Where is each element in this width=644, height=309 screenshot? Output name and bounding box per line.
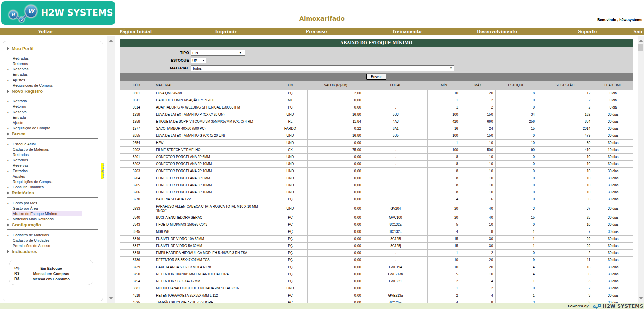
sidebar-item-requisições-de-compra[interactable]: -Requisições de Compra [3,83,103,88]
cell: 10 [461,160,496,167]
sidebar-item-reservas[interactable]: -Reservas [3,163,103,168]
sidebar-item-requisições-de-compra[interactable]: -Requisições de Compra [3,179,103,184]
scroll-up-icon[interactable] [639,40,643,42]
table-row: 3346FUSÍVEL DE VIDRO 10A 32MMPÇ0,008C125… [120,235,634,242]
nav-item-sair[interactable]: Sair [633,28,644,35]
dropdown-arrow-icon: ▼ [239,51,242,54]
section-divider [7,256,98,256]
material-value: Todos [192,66,202,70]
sidebar-item-retorno[interactable]: -Retorno [3,104,103,109]
nav-item-voltar[interactable]: Voltar [0,28,90,35]
sidebar-item-reserva[interactable]: -Reserva [3,109,103,115]
cell: 10 [461,271,496,278]
cell: UND [273,285,308,292]
sidebar-item-ajustes[interactable]: -Ajustes [3,174,103,179]
item-label: Gasto por Mês [12,200,37,205]
scroll-down-icon[interactable] [639,297,643,299]
sidebar-item-entrada[interactable]: -Entrada [3,115,103,120]
table-row: 3206CONECTOR PORCELANA 3P 16MMUND0,00.81… [120,189,634,196]
sidebar-scrollbar[interactable] [107,36,115,303]
sidebar-item-ajustes[interactable]: -Ajustes [3,77,103,83]
sidebar-item-permissões-de-acesso[interactable]: -Permissões de Acesso [3,243,103,248]
cell: 3203 [120,167,153,175]
buscar-button[interactable]: Buscar [366,74,386,80]
sidebar-item-ajuste[interactable]: -Ajuste [3,120,103,125]
cell: 0,00 [308,242,364,249]
nav-item-desenvolvimento[interactable]: Desenvolvimento [452,28,542,35]
cell: UND [273,203,308,214]
sidebar-section-relat-rios[interactable]: Relatórios [7,190,103,196]
cell: 29 [537,242,593,249]
nav-item-imprimir[interactable]: Imprimir [181,28,271,35]
table-row: 2902FILME STRECH VERMELHOCX75,00.1005009… [120,146,634,153]
footer: Powered by W H 2 H2W SYSTEMS [0,303,644,309]
indicator-label: Em Estoque [9,266,93,271]
scroll-up-icon[interactable] [109,40,113,42]
indicator-label: Mensal em Compras [9,271,93,276]
sidebar-collapse-handle[interactable] [101,163,104,179]
item-bullet: - [7,201,12,205]
cell: 10 [428,90,461,97]
nav-item-p-gina-inicial[interactable]: Página Inicial [90,28,180,35]
cell: UND [273,139,308,146]
cell: 2 [537,97,593,104]
material-select[interactable]: Todos ▼ [191,65,454,71]
cell: 2 [461,249,496,256]
cell: 16,80 [308,111,364,118]
sidebar-item-retiradas[interactable]: -Retiradas [3,152,103,157]
item-bullet: - [7,169,12,173]
cell: 3754 [120,278,153,285]
search-bar: Buscar [120,73,633,81]
cell: 0,00 [308,153,364,160]
nav-item-treinamento[interactable]: Treinamento [362,28,452,35]
sidebar-item-gasto-por-mês[interactable]: -Gasto por Mês [3,200,103,206]
sidebar-section-indicadores[interactable]: Indicadores [7,249,103,254]
sidebar-item-requisição-de-compra[interactable]: -Requisição de Compra [3,125,103,131]
sidebar-item-gasto-por-área[interactable]: -Gasto por Área [3,206,103,211]
column-header-sugest-o: SUGESTÃO [537,81,593,90]
cell: 30 dias [593,196,634,203]
item-label: Requisições de Compra [12,179,52,184]
sidebar-item-retirada[interactable]: -Retirada [3,98,103,104]
item-label: Reservas [12,163,28,168]
item-bullet: - [7,174,12,178]
cell: CX [273,146,308,153]
column-header-estoque: ESTOQUE [496,81,537,90]
cell: PÇ [273,90,308,97]
sidebar-item-consulta-dinâmica[interactable]: -Consulta Dinâmica [3,184,103,190]
item-bullet: - [7,212,12,216]
tipo-select[interactable]: EPI ▼ [191,50,245,56]
cell: 256 [496,118,537,125]
nav-item-suporte[interactable]: Suporte [542,28,633,35]
sidebar-item-reservas[interactable]: -Reservas [3,66,103,72]
sidebar-item-cadastro-de-materiais[interactable]: -Cadastro de Materiais [3,232,103,238]
scroll-thumb[interactable] [638,44,643,51]
sidebar-item-cadastro-de-unidades[interactable]: -Cadastro de Unidades [3,238,103,243]
cell: 30 dias [593,153,634,160]
cell: 30 dias [593,278,634,285]
sidebar-item-retiradas[interactable]: -Retiradas [3,56,103,61]
sidebar-item-retornos[interactable]: -Retornos [3,157,103,163]
dropdown-arrow-icon: ▼ [450,67,452,70]
sidebar-section-novo-registro[interactable]: Novo Registro [7,88,103,94]
sidebar-item-entradas[interactable]: -Entradas [3,72,103,77]
sidebar-item-estoque-atual[interactable]: -Estoque Atual [3,141,103,147]
cell: . [364,167,428,175]
estoque-select[interactable]: UP ▼ [191,58,206,63]
navbar: VoltarPágina InicialImprimirProcessoTrei… [0,28,644,35]
sidebar-item-abaixo-do-estoque-mínimo[interactable]: -Abaixo do Estoque Mínimo [3,211,103,216]
item-bullet: - [7,238,12,242]
sidebar-section-busca[interactable]: Busca [7,131,103,137]
scroll-down-icon[interactable] [109,297,113,299]
item-label: Retiradas [12,56,29,61]
page-scrollbar[interactable] [638,36,644,303]
sidebar-section-configura-o[interactable]: Configuração [7,222,103,228]
sidebar-item-retornos[interactable]: -Retornos [3,61,103,66]
sidebar-item-entradas[interactable]: -Entradas [3,168,103,174]
sidebar-item-cadastro-de-materiais[interactable]: -Cadastro de Materiais [3,147,103,152]
sidebar-item-materiais-mais-retirados[interactable]: -Materiais Mais Retirados [3,216,103,222]
cell [364,139,428,146]
cell: 4 [461,292,496,299]
nav-item-processo[interactable]: Processo [271,28,361,35]
sidebar-section-meu-perfil[interactable]: Meu Perfil [7,45,103,51]
